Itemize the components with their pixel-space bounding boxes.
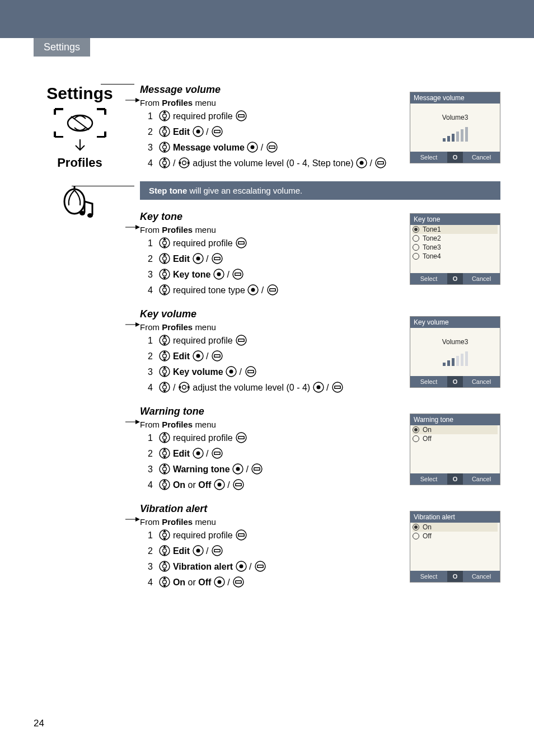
svg-point-85 [163, 339, 167, 342]
svg-rect-32 [269, 147, 274, 148]
svg-point-38 [182, 161, 186, 165]
softkey-center[interactable]: O [447, 376, 463, 387]
softkey-cancel[interactable]: Cancel [463, 152, 500, 163]
softkey-select[interactable]: Select [410, 273, 447, 284]
center-key-icon [214, 576, 225, 588]
svg-point-4 [79, 211, 85, 215]
svg-point-74 [163, 288, 167, 292]
main-content: Message volume From Profiles menu 1 requ… [140, 84, 500, 590]
svg-rect-139 [214, 453, 219, 454]
softkey-icon [235, 432, 247, 443]
softkey-icon [266, 142, 278, 153]
softkey-icon [235, 237, 247, 248]
softkey-icon [235, 335, 247, 346]
svg-point-5 [87, 213, 93, 218]
nav-updown-icon [159, 284, 170, 295]
svg-rect-175 [214, 550, 219, 552]
softkey-icon [245, 366, 257, 377]
screen-key-tone: Key tone Tone1 Tone2 Tone3 Tone4 Select … [410, 213, 500, 285]
section-warning-tone: Warning tone From Profiles menu 1 requir… [140, 406, 500, 493]
screen-vibration-alert: Vibration alert On Off Select O Cancel [410, 511, 500, 583]
svg-point-172 [196, 549, 200, 553]
svg-point-42 [359, 161, 363, 165]
softkey-center[interactable]: O [447, 152, 463, 163]
nav-updown-icon [159, 479, 170, 490]
svg-rect-148 [255, 468, 260, 470]
radio-option[interactable]: Tone2 [413, 234, 498, 243]
softkey-select[interactable]: Select [410, 473, 447, 485]
softkey-select[interactable]: Select [410, 376, 447, 387]
svg-point-114 [182, 386, 186, 389]
svg-point-92 [163, 354, 167, 358]
radio-option[interactable]: On [413, 523, 498, 532]
sidebar: Settings Profiles [34, 84, 126, 219]
nav-updown-icon [159, 432, 170, 443]
svg-point-56 [163, 257, 167, 261]
softkey-icon [251, 463, 263, 475]
arrow-icon [125, 516, 140, 522]
svg-rect-23 [214, 131, 219, 133]
screen-body-text: Volume3 [416, 114, 494, 121]
nav-updown-icon [159, 110, 170, 121]
svg-point-181 [239, 565, 243, 569]
sidebar-subtitle: Profiles [34, 156, 126, 170]
softkey-icon [211, 545, 223, 556]
softkey-center[interactable]: O [447, 571, 463, 582]
section-key-volume: Key volume From Profiles menu 1 required… [140, 308, 500, 396]
svg-line-1 [71, 116, 89, 130]
softkey-select[interactable]: Select [410, 571, 447, 582]
nav-updown-icon [159, 382, 170, 393]
nav-updown-icon [159, 448, 170, 459]
nav-updown-icon [159, 529, 170, 541]
svg-point-161 [163, 533, 167, 537]
section-message-volume: Message volume From Profiles menu 1 requ… [140, 84, 500, 171]
radio-option[interactable]: Off [413, 532, 498, 541]
svg-point-78 [251, 288, 255, 292]
note-step-tone: Step tone will give an escalating volume… [140, 181, 500, 200]
svg-rect-90 [239, 340, 244, 341]
softkey-select[interactable]: Select [410, 152, 447, 163]
screen-warning-tone: Warning tone On Off Select O Cancel [410, 414, 500, 485]
softkey-icon [374, 157, 387, 168]
softkey-center[interactable]: O [447, 273, 463, 284]
nav-updown-icon [159, 335, 170, 346]
center-key-icon [313, 382, 324, 393]
settings-bracket-icon [52, 106, 108, 138]
nav-updown-icon [159, 463, 170, 475]
section-tab: Settings [34, 38, 90, 57]
radio-option[interactable]: Tone3 [413, 243, 498, 252]
center-key-icon [193, 126, 204, 137]
radio-option[interactable]: Off [413, 434, 498, 443]
nav-updown-icon [159, 253, 170, 264]
radio-option[interactable]: Tone4 [413, 252, 498, 261]
softkey-center[interactable]: O [447, 473, 463, 485]
softkey-icon [211, 126, 223, 137]
svg-point-125 [163, 436, 167, 440]
svg-point-190 [217, 580, 221, 584]
nav-updown-icon [159, 157, 170, 168]
svg-point-2 [64, 189, 85, 214]
softkey-icon [232, 269, 244, 280]
radio-option[interactable]: Tone1 [413, 225, 498, 234]
softkey-cancel[interactable]: Cancel [463, 376, 500, 387]
radio-option[interactable]: On [413, 425, 498, 434]
arrow-icon [125, 322, 140, 327]
svg-point-186 [163, 580, 167, 584]
svg-point-20 [196, 130, 200, 134]
ringtone-icon [62, 186, 98, 219]
svg-rect-157 [236, 484, 241, 486]
screen-title: Warning tone [410, 414, 500, 425]
softkey-cancel[interactable]: Cancel [463, 473, 500, 485]
page-number: 24 [34, 718, 44, 729]
screen-message-volume: Message volume Volume3 Select O Cancel [410, 92, 500, 163]
nav-updown-icon [159, 576, 170, 588]
svg-point-136 [196, 452, 200, 456]
nav-updown-icon [159, 237, 170, 248]
svg-rect-121 [335, 387, 340, 388]
softkey-cancel[interactable]: Cancel [463, 571, 500, 582]
softkey-cancel[interactable]: Cancel [463, 273, 500, 284]
screen-title: Key tone [410, 214, 500, 225]
svg-point-96 [196, 354, 200, 358]
nav-updown-icon [159, 142, 170, 153]
center-key-icon [193, 350, 204, 361]
